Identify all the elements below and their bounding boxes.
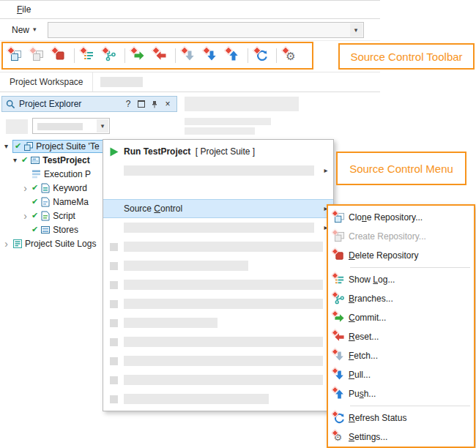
menu-bar: File (0, 0, 380, 19)
workspace-tabs: Project Workspace (0, 72, 380, 92)
placeholder-bar (124, 318, 217, 328)
check-icon[interactable]: ✔ (31, 212, 38, 220)
settings-button[interactable]: ⚙ (280, 46, 301, 65)
toolbar-combobox[interactable]: ▾ (48, 22, 364, 38)
commit-button[interactable] (129, 46, 149, 65)
delete-repository-button[interactable] (50, 46, 70, 65)
menu-item-fetch[interactable]: Fetch... (328, 346, 474, 365)
menu-item-reset[interactable]: Reset... (328, 327, 474, 346)
menu-item-mnemonic: R (349, 413, 355, 423)
menu-icon-placeholder (110, 319, 118, 327)
menu-icon-placeholder (110, 357, 118, 365)
dropdown-arrow-icon[interactable]: ▾ (350, 23, 362, 37)
reset-icon (334, 332, 345, 343)
auto-hide-pin-button[interactable] (149, 98, 160, 110)
help-button[interactable]: ? (123, 98, 133, 110)
menu-item-placeholder[interactable] (103, 351, 333, 370)
menu-item-run-testproject[interactable]: Run TestProject [ Project Suite ] (103, 142, 333, 161)
menu-item-show-log[interactable]: Show Log... (328, 270, 474, 289)
new-button-label: New (12, 25, 29, 35)
new-button[interactable]: New ▾ (6, 22, 42, 38)
menu-item-placeholder[interactable] (103, 294, 333, 313)
menu-item-placeholder[interactable] (103, 180, 333, 199)
standard-toolbar: New ▾ ▾ (0, 19, 380, 41)
dropdown-arrow-icon[interactable]: ▾ (97, 119, 108, 132)
check-icon[interactable]: ✔ (31, 198, 38, 206)
refresh-icon (334, 413, 345, 424)
pull-button[interactable] (201, 46, 222, 65)
menu-separator (350, 267, 470, 268)
menu-item-placeholder[interactable]: ▸ (103, 161, 333, 180)
tree-item-label: Execution P (44, 169, 91, 179)
menu-item-source-control[interactable]: Source Control ▸ (103, 199, 333, 218)
tree-item-label: Keyword (53, 183, 87, 193)
menu-item-suffix: [ Project Suite ] (190, 146, 255, 157)
menu-item-refresh-status[interactable]: Refresh Status (328, 408, 474, 428)
expander-closed-icon[interactable]: › (2, 239, 10, 249)
menu-item-commit[interactable]: Commit... (328, 308, 474, 327)
check-icon[interactable]: ✔ (21, 156, 28, 164)
tab-placeholder[interactable] (100, 77, 143, 87)
menu-item-branches[interactable]: Branches... (328, 289, 474, 308)
placeholder-block (185, 127, 255, 135)
menu-item-placeholder[interactable] (103, 313, 333, 332)
menu-item-label: Run TestProject (124, 146, 190, 157)
menu-item-placeholder[interactable] (103, 332, 333, 351)
tree-item-label: Project Suite 'Te (36, 141, 99, 152)
menu-item-placeholder[interactable] (103, 275, 333, 294)
push-button[interactable] (223, 46, 244, 65)
explorer-filter-combobox[interactable]: ▾ (32, 118, 110, 134)
menu-item-placeholder[interactable] (103, 370, 333, 389)
menu-item-label: e Repository... (367, 212, 423, 223)
menu-item-label: eset... (355, 332, 379, 342)
tree-item-label: Stores (53, 225, 78, 235)
menu-item-placeholder[interactable]: ▸ (103, 218, 333, 237)
tree-selection[interactable]: ✔ Project Suite 'Te (12, 140, 103, 153)
maximize-button[interactable] (136, 98, 146, 110)
menu-item-label: Clo (349, 212, 362, 223)
push-icon (334, 389, 345, 400)
menu-item-placeholder[interactable] (103, 256, 333, 275)
menu-item-mnemonic: D (349, 250, 355, 261)
menu-icon-placeholder (110, 376, 118, 384)
toolbar-separator (124, 48, 125, 63)
branches-button[interactable] (100, 46, 121, 65)
reset-icon (155, 50, 168, 62)
tab-project-workspace[interactable]: Project Workspace (0, 72, 93, 92)
menu-item-push[interactable]: Push... (328, 384, 474, 403)
menu-item-placeholder[interactable] (103, 389, 333, 408)
clone-repository-button[interactable] (6, 46, 26, 65)
fetch-button[interactable] (179, 46, 200, 65)
placeholder-block (6, 119, 28, 134)
close-button[interactable]: × (163, 98, 173, 110)
check-icon[interactable]: ✔ (31, 184, 38, 192)
refresh-button[interactable] (252, 46, 272, 65)
expander-open-icon[interactable]: ▾ (11, 157, 19, 164)
menu-item-clone-repository[interactable]: Clone Repository... (328, 208, 474, 227)
menu-item-pull[interactable]: Pull... (328, 365, 474, 384)
placeholder-bar (124, 261, 248, 271)
expander-closed-icon[interactable]: › (21, 183, 29, 193)
menu-icon-placeholder (110, 300, 118, 308)
expander-open-icon[interactable]: ▾ (2, 143, 10, 150)
menu-item-placeholder[interactable] (103, 237, 333, 256)
menu-item-delete-repository[interactable]: Delete Repository (328, 246, 474, 265)
pin-icon (151, 100, 158, 108)
check-icon[interactable]: ✔ (31, 225, 38, 234)
check-icon[interactable]: ✔ (15, 142, 21, 150)
file-menu[interactable]: File (12, 3, 35, 16)
menu-item-settings[interactable]: ⚙ Settings... (328, 428, 474, 447)
show-log-button[interactable] (78, 46, 99, 65)
project-explorer-header: Project Explorer ? × (1, 96, 177, 112)
tree-item-label: TestProject (42, 155, 89, 165)
placeholder-bar (124, 299, 323, 309)
dropdown-arrow-icon: ▾ (33, 26, 37, 33)
push-icon (228, 50, 240, 62)
reset-button[interactable] (151, 46, 171, 65)
expander-closed-icon[interactable]: › (21, 211, 29, 221)
menu-item-label: ull... (354, 370, 371, 380)
menu-item-label: etch... (354, 351, 378, 361)
create-repository-button (28, 46, 48, 65)
name-mapping-icon (40, 197, 51, 207)
placeholder-bar (124, 337, 323, 347)
